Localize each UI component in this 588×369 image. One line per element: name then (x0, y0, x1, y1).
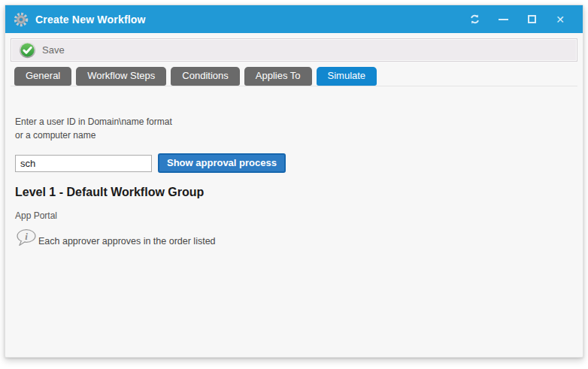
tab-conditions[interactable]: Conditions (171, 67, 239, 86)
tab-applies-to[interactable]: Applies To (244, 67, 312, 86)
save-label: Save (42, 44, 65, 56)
simulate-instructions: Enter a user ID in Domain\name format or… (15, 115, 573, 142)
show-approval-process-button[interactable]: Show approval process (158, 153, 286, 173)
save-button[interactable]: Save (19, 41, 65, 59)
maximize-button[interactable] (517, 8, 546, 31)
info-bubble-icon: i (15, 228, 38, 248)
refresh-button[interactable] (460, 8, 489, 31)
save-check-icon (19, 41, 36, 59)
user-id-input[interactable] (15, 155, 152, 172)
tab-simulate[interactable]: Simulate (317, 67, 377, 86)
title-bar: Create New Workflow ✕ (5, 5, 583, 33)
svg-text:i: i (25, 231, 28, 242)
simulate-panel: Enter a user ID in Domain\name format or… (11, 86, 577, 357)
window-title: Create New Workflow (35, 14, 146, 26)
gear-icon (14, 12, 29, 27)
window-body: Save GeneralWorkflow StepsConditionsAppl… (5, 33, 583, 357)
tab-workflow-steps[interactable]: Workflow Steps (76, 67, 166, 86)
info-note-row: i Each approver approves in the order li… (15, 228, 573, 248)
maximize-icon (528, 15, 536, 23)
workflow-group-name: App Portal (15, 210, 573, 221)
refresh-icon (469, 14, 480, 25)
tab-strip: GeneralWorkflow StepsConditionsApplies T… (11, 67, 577, 86)
save-toolbar: Save (11, 38, 577, 62)
tab-general[interactable]: General (14, 67, 71, 86)
minimize-icon (499, 19, 508, 20)
close-button[interactable]: ✕ (546, 8, 574, 31)
create-new-workflow-window: Create New Workflow ✕ (5, 5, 583, 358)
level-heading: Level 1 - Default Workflow Group (15, 186, 573, 199)
window-controls: ✕ (460, 8, 574, 31)
minimize-button[interactable] (489, 8, 517, 31)
info-note-text: Each approver approves in the order list… (38, 236, 216, 248)
close-icon: ✕ (556, 14, 565, 26)
simulate-input-row: Show approval process (15, 153, 573, 173)
